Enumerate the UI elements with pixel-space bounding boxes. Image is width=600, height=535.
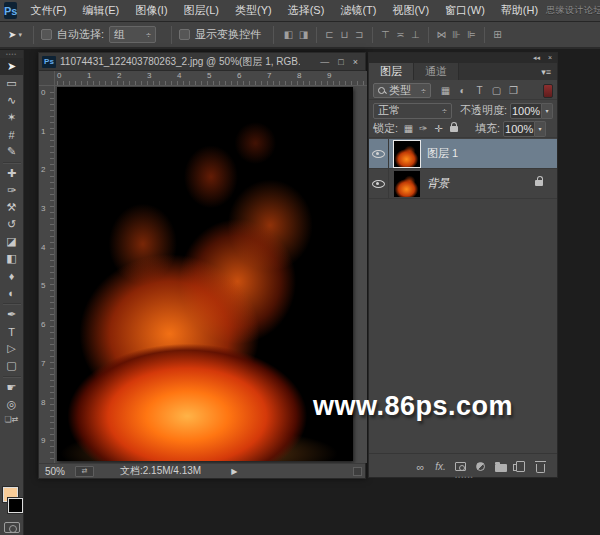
tool-marquee[interactable]: ▭	[0, 75, 23, 92]
menu-select[interactable]: 选择(S)	[280, 0, 333, 21]
link-layers-icon[interactable]: ∞	[412, 459, 429, 475]
maximize-icon[interactable]: □	[338, 57, 343, 67]
tool-dodge[interactable]: ◐	[0, 284, 23, 301]
swap-colors-icon[interactable]: ❏⇄	[0, 413, 23, 425]
layer-name[interactable]: 背景	[427, 176, 449, 191]
status-expand-icon[interactable]: ▶	[231, 467, 237, 476]
layer-style-icon[interactable]: fx.	[432, 459, 449, 475]
close-panel-icon[interactable]: ×	[548, 53, 552, 63]
distribute-right-icon[interactable]: ⊫	[464, 29, 479, 40]
tool-eyedropper[interactable]: ✎	[0, 143, 23, 160]
tool-history-brush[interactable]: ↺	[0, 216, 23, 233]
align-top-edges-icon[interactable]: ◧	[281, 29, 296, 40]
menu-image[interactable]: 图像(I)	[127, 0, 175, 21]
layer-thumbnail[interactable]	[394, 171, 420, 197]
auto-select-checkbox[interactable]	[41, 29, 52, 40]
menu-help[interactable]: 帮助(H)	[493, 0, 546, 21]
move-tool-icon[interactable]: ➤	[8, 29, 16, 40]
filter-shape-layers-icon[interactable]: ▢	[488, 85, 505, 96]
canvas[interactable]	[57, 87, 353, 461]
sep[interactable]	[484, 27, 485, 43]
tool-shape[interactable]: ▢	[0, 357, 23, 374]
opacity-value[interactable]: 100%	[510, 103, 542, 119]
align-left-edges-icon[interactable]: ⊏	[322, 29, 337, 40]
tool-magic-wand[interactable]: ✶	[0, 109, 23, 126]
tab-channels[interactable]: 通道	[414, 63, 459, 80]
filter-smart-objects-icon[interactable]: ❐	[505, 85, 522, 96]
distribute-top-icon[interactable]: ⊤	[378, 29, 393, 40]
sep[interactable]	[372, 27, 373, 43]
tool-brush[interactable]: ✑	[0, 182, 23, 199]
layer-row[interactable]: 图层 1	[369, 139, 557, 169]
auto-select-dropdown[interactable]: 组 ÷	[109, 26, 156, 43]
tool-lasso[interactable]: ∿	[0, 92, 23, 109]
visibility-cell[interactable]	[369, 169, 389, 198]
resize-grip[interactable]	[353, 467, 362, 476]
filter-adjustment-layers-icon[interactable]: ◐	[454, 85, 471, 96]
menu-view[interactable]: 视图(V)	[384, 0, 437, 21]
tool-eraser[interactable]: ◪	[0, 233, 23, 250]
minimize-icon[interactable]: —	[320, 57, 329, 67]
sep[interactable]	[316, 27, 317, 43]
filter-on-off-toggle[interactable]	[543, 84, 553, 98]
background-color-swatch[interactable]	[8, 498, 23, 513]
tool-preset-caret-icon[interactable]: ▾	[18, 31, 22, 39]
menu-edit[interactable]: 编辑(E)	[75, 0, 128, 21]
tool-clone-stamp[interactable]: ⚒	[0, 199, 23, 216]
distribute-bottom-icon[interactable]: ⊥	[408, 29, 423, 40]
layer-thumbnail[interactable]	[394, 141, 420, 167]
tool-hand[interactable]: ☛	[0, 379, 23, 396]
quick-mask-icon[interactable]	[4, 522, 20, 533]
tool-crop[interactable]: #	[0, 126, 23, 143]
status-options-icon[interactable]: ⇄	[75, 466, 94, 477]
document-title-bar[interactable]: Ps 11074431_122403780263_2.jpg @ 50%(图层 …	[39, 53, 365, 71]
menu-filter[interactable]: 滤镜(T)	[332, 0, 384, 21]
align-h-centers-icon[interactable]: ⊔	[337, 29, 352, 40]
lock-transparent-pixels-icon[interactable]: ▦	[401, 123, 416, 134]
tool-blur[interactable]: ♦	[0, 267, 23, 284]
layer-row[interactable]: 背景	[369, 169, 557, 199]
blend-mode-dropdown[interactable]: 正常 ÷	[373, 103, 452, 119]
zoom-level-field[interactable]: 50%	[45, 466, 75, 477]
menu-layer[interactable]: 图层(L)	[176, 0, 227, 21]
lock-image-pixels-icon[interactable]: ✑	[416, 123, 431, 134]
filter-type-layers-icon[interactable]: T	[471, 85, 488, 96]
align-right-edges-icon[interactable]: ⊐	[352, 29, 367, 40]
tab-layers[interactable]: 图层	[369, 63, 414, 80]
lock-position-icon[interactable]: ✛	[431, 123, 446, 134]
menu-window[interactable]: 窗口(W)	[437, 0, 493, 21]
distribute-left-icon[interactable]: ⋈	[434, 29, 449, 40]
visibility-cell[interactable]	[369, 139, 389, 168]
filter-kind-dropdown[interactable]: 类型 ÷	[373, 83, 431, 98]
tool-healing-brush[interactable]: ✚	[0, 165, 23, 182]
tools-panel-grip[interactable]: ••••	[0, 50, 23, 58]
3d-mode-icon[interactable]: ⊞	[490, 29, 505, 40]
collapse-panels-icon[interactable]: ◂◂	[533, 53, 540, 63]
show-transform-checkbox[interactable]	[179, 29, 190, 40]
tool-zoom[interactable]: ◎	[0, 396, 23, 413]
delete-layer-icon[interactable]	[532, 459, 549, 475]
add-layer-mask-icon[interactable]	[452, 459, 469, 475]
new-group-icon[interactable]	[492, 459, 509, 475]
tool-type[interactable]: T	[0, 323, 23, 340]
fill-caret-icon[interactable]: ▾	[535, 121, 546, 137]
tool-move[interactable]: ➤	[0, 58, 23, 75]
distribute-h-centers-icon[interactable]: ⊪	[449, 29, 464, 40]
lock-all-icon[interactable]	[446, 126, 461, 132]
distribute-v-centers-icon[interactable]: ≍	[393, 29, 408, 40]
menu-type[interactable]: 类型(Y)	[227, 0, 280, 21]
filter-pixel-layers-icon[interactable]: ▦	[437, 85, 454, 96]
layer-name[interactable]: 图层 1	[427, 146, 458, 161]
tool-gradient[interactable]: ◧	[0, 250, 23, 267]
fill-value[interactable]: 100%	[503, 121, 535, 137]
panel-resize-dots[interactable]: ••••••	[455, 474, 474, 480]
new-adjustment-layer-icon[interactable]	[472, 459, 489, 475]
tool-path-selection[interactable]: ▷	[0, 340, 23, 357]
opacity-caret-icon[interactable]: ▾	[542, 103, 553, 119]
tool-pen[interactable]: ✒	[0, 306, 23, 323]
new-layer-icon[interactable]	[512, 459, 529, 475]
align-bottom-edges-icon[interactable]: ◨	[296, 29, 311, 40]
sep[interactable]	[428, 27, 429, 43]
panel-menu-icon[interactable]: ▾≡	[541, 63, 557, 80]
close-icon[interactable]: ×	[353, 57, 358, 67]
